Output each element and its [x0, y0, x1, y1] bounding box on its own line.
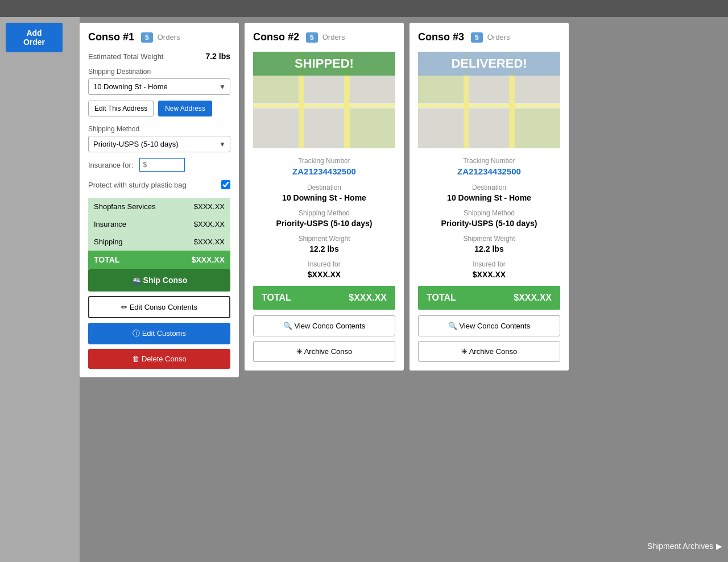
conso-1-dest-select-wrapper: 10 Downing St - Home ▼	[88, 78, 230, 95]
svg-rect-2	[304, 74, 344, 103]
svg-rect-16	[418, 109, 464, 148]
conso-3-tracking-link[interactable]: ZA21234432500	[457, 166, 521, 176]
conso-2-orders-badge: 5	[306, 32, 318, 43]
conso-3-map: DELIVERED!	[418, 52, 560, 148]
svg-rect-21	[418, 104, 560, 107]
conso-3-column: Conso #3 5 Orders	[410, 23, 569, 370]
svg-rect-15	[515, 74, 560, 103]
conso-1-orders-badge: 5	[141, 32, 153, 43]
shipment-archives-link[interactable]: Shipment Archives ▶	[647, 542, 722, 551]
conso-3-method-label: Shipping Method	[418, 209, 560, 217]
conso-3-orders-label: Orders	[487, 33, 510, 41]
conso-1-shipping-row: Shipping $XXX.XX	[88, 233, 230, 251]
conso-1-weight-label: Estimated Total Weight	[88, 52, 163, 61]
conso-2-title: Conso #2	[253, 31, 299, 43]
conso-1-title: Conso #1	[88, 31, 134, 43]
conso-3-weight-section: Shipment Weight 12.2 lbs	[418, 235, 560, 253]
conso-3-header: Conso #3 5 Orders	[418, 31, 560, 43]
svg-rect-1	[253, 74, 299, 103]
delete-conso-button[interactable]: 🗑 Delete Conso	[88, 349, 230, 369]
edit-conso-button[interactable]: ✏ Edit Conso Contents	[88, 296, 230, 318]
conso-2-method-label: Shipping Method	[253, 209, 395, 217]
conso-1-shipping-label: Shipping	[94, 238, 123, 246]
new-address-button[interactable]: New Address	[158, 101, 212, 116]
conso-1-action-buttons: 🚢 Ship Conso ✏ Edit Conso Contents ⓘ Edi…	[88, 269, 230, 369]
conso-3-insured-value: $XXX.XX	[418, 270, 560, 279]
conso-1-weight-value: 7.2 lbs	[205, 52, 230, 61]
conso-1-header: Conso #1 5 Orders	[88, 31, 230, 43]
conso-2-method-section: Shipping Method Priority-USPS (5-10 days…	[253, 209, 395, 228]
conso-1-insurance-pricing-label: Insurance	[94, 220, 126, 228]
left-sidebar: Add Order	[0, 17, 80, 562]
conso-2-weight-value: 12.2 lbs	[253, 244, 395, 253]
conso-2-header: Conso #2 5 Orders	[253, 31, 395, 43]
shipment-archives-label: Shipment Archives	[647, 542, 713, 551]
edit-address-button[interactable]: Edit This Address	[88, 101, 154, 116]
conso-3-weight-label: Shipment Weight	[418, 235, 560, 243]
conso-2-destination-section: Destination 10 Downing St - Home	[253, 184, 395, 202]
add-order-button[interactable]: Add Order	[6, 23, 63, 52]
conso-2-weight-label: Shipment Weight	[253, 235, 395, 243]
conso-2-method-value: Priority-USPS (5-10 days)	[253, 219, 395, 228]
conso-1-method-select[interactable]: Priority-USPS (5-10 days)	[88, 136, 230, 152]
svg-rect-9	[253, 104, 395, 107]
conso-3-map-status: DELIVERED!	[418, 52, 560, 76]
conso-3-tracking-label: Tracking Number	[418, 157, 560, 165]
conso-3-insured-label: Insured for	[418, 260, 560, 268]
conso-2-tracking-section: Tracking Number ZA21234432500	[253, 157, 395, 177]
conso-3-archive-button[interactable]: ✳ Archive Conso	[418, 341, 560, 362]
conso-3-dest-value: 10 Downing St - Home	[418, 193, 560, 202]
conso-2-total-value: $XXX.XX	[349, 293, 387, 303]
svg-rect-4	[253, 109, 299, 148]
svg-rect-17	[469, 109, 509, 148]
svg-rect-18	[515, 109, 560, 148]
conso-2-tracking-link[interactable]: ZA21234432500	[292, 166, 356, 176]
conso-1-total-row: TOTAL $XXX.XX	[88, 251, 230, 269]
conso-3-destination-section: Destination 10 Downing St - Home	[418, 184, 560, 202]
conso-1-shopfans-value: $XXX.XX	[194, 202, 225, 211]
svg-rect-6	[350, 109, 395, 148]
svg-rect-3	[350, 74, 395, 103]
conso-1-shopfans-row: Shopfans Services $XXX.XX	[88, 198, 230, 215]
conso-1-destination-select[interactable]: 10 Downing St - Home	[88, 78, 230, 95]
conso-1-orders-label: Orders	[158, 33, 180, 41]
conso-1-shipping-value: $XXX.XX	[194, 238, 225, 246]
ship-conso-button[interactable]: 🚢 Ship Conso	[88, 269, 230, 292]
conso-2-insured-label: Insured for	[253, 260, 395, 268]
conso-1-total-value: $XXX.XX	[192, 255, 225, 264]
conso-3-dest-label: Destination	[418, 184, 560, 192]
conso-1-protect-row: Protect with sturdy plastic bag	[88, 180, 230, 189]
edit-customs-button[interactable]: ⓘ Edit Customs	[88, 323, 230, 344]
svg-rect-14	[469, 74, 509, 103]
conso-1-address-buttons: Edit This Address New Address	[88, 101, 230, 116]
conso-3-title: Conso #3	[418, 31, 464, 43]
conso-2-weight-section: Shipment Weight 12.2 lbs	[253, 235, 395, 253]
conso-1-protect-label: Protect with sturdy plastic bag	[88, 181, 187, 189]
conso-3-method-section: Shipping Method Priority-USPS (5-10 days…	[418, 209, 560, 228]
svg-rect-5	[304, 109, 344, 148]
conso-3-orders-badge: 5	[471, 32, 483, 43]
conso-2-insured-value: $XXX.XX	[253, 270, 395, 279]
conso-2-dest-value: 10 Downing St - Home	[253, 193, 395, 202]
conso-2-column: Conso #2 5 Orders	[245, 23, 404, 370]
conso-3-view-contents-button[interactable]: 🔍 View Conco Contents	[418, 315, 560, 336]
conso-1-method-select-wrapper: Priority-USPS (5-10 days) ▼	[88, 136, 230, 152]
conso-3-total-value: $XXX.XX	[514, 293, 552, 303]
conso-2-orders-label: Orders	[322, 33, 345, 41]
conso-2-view-contents-button[interactable]: 🔍 View Conco Contents	[253, 315, 395, 336]
conso-3-total-label: TOTAL	[427, 293, 456, 303]
conso-1-insurance-input[interactable]	[139, 158, 185, 172]
svg-rect-13	[418, 74, 464, 103]
conso-1-column: Conso #1 5 Orders Estimated Total Weight…	[80, 23, 239, 377]
columns-wrapper: Conso #1 5 Orders Estimated Total Weight…	[80, 17, 728, 562]
conso-1-total-label: TOTAL	[94, 255, 119, 264]
conso-1-weight-row: Estimated Total Weight 7.2 lbs	[88, 52, 230, 61]
conso-1-pricing-table: Shopfans Services $XXX.XX Insurance $XXX…	[88, 198, 230, 269]
conso-3-insured-section: Insured for $XXX.XX	[418, 260, 560, 279]
conso-2-total-label: TOTAL	[262, 293, 291, 303]
conso-1-protect-checkbox[interactable]	[221, 180, 230, 189]
conso-1-insurance-label: Insurance for:	[88, 161, 134, 169]
conso-2-archive-button[interactable]: ✳ Archive Conso	[253, 341, 395, 362]
conso-1-shopfans-label: Shopfans Services	[94, 202, 155, 211]
conso-2-tracking-label: Tracking Number	[253, 157, 395, 165]
